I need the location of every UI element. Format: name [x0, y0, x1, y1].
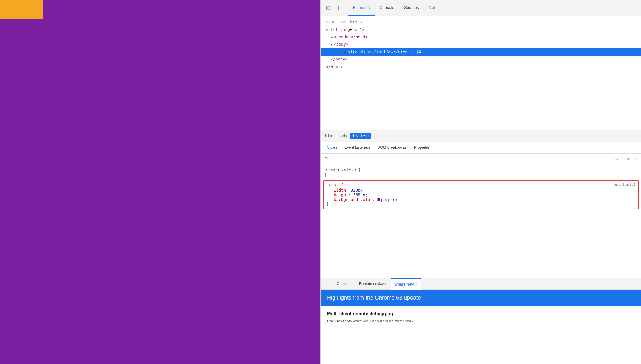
breadcrumb-html[interactable]: html: [323, 133, 336, 139]
bottom-tabs: ⋮ Console Remote devices What's New ×: [321, 278, 641, 290]
hov-button[interactable]: :hov: [610, 156, 620, 162]
device-toolbar-icon[interactable]: [334, 2, 346, 14]
tree-line-body[interactable]: ▼ <body>: [321, 41, 641, 48]
doctype-text: <!DOCTYPE html>: [326, 19, 362, 26]
bottom-tab-console[interactable]: Console: [333, 278, 354, 289]
breadcrumb-bar: html body div.test: [321, 130, 641, 142]
whats-new-header: Highlights from the Chrome 63 update: [321, 290, 641, 306]
svg-rect-2: [339, 6, 341, 10]
browser-viewport: [0, 0, 320, 364]
svg-rect-0: [327, 6, 331, 10]
elements-panel: <!DOCTYPE html> <html lang =" en "> ▶ <h…: [321, 16, 641, 278]
whats-new-section-desc: Use DevTools while your app from an fram…: [327, 318, 635, 324]
tree-line-html-close[interactable]: </html>: [321, 63, 641, 71]
lang-value: en: [355, 26, 360, 33]
color-swatch[interactable]: [377, 198, 380, 201]
tree-line-doctype[interactable]: <!DOCTYPE html>: [321, 19, 641, 26]
html-tree: <!DOCTYPE html> <html lang =" en "> ▶ <h…: [321, 16, 641, 130]
test-rule-highlighted: .test { width : 320px ; height : 568px ;: [323, 180, 639, 209]
tab-dom-breakpoints[interactable]: DOM Breakpoints: [374, 142, 410, 153]
svg-rect-1: [328, 7, 330, 9]
whats-new-close-button[interactable]: ×: [415, 282, 418, 287]
tree-line-head[interactable]: ▶ <head>…</head>: [321, 33, 641, 41]
lang-attr: lang: [340, 26, 350, 33]
filter-input[interactable]: [325, 157, 607, 161]
tab-network[interactable]: Net: [424, 0, 440, 16]
test-rule-close: }: [326, 202, 635, 206]
rule-source[interactable]: test.html:2: [613, 183, 635, 187]
tree-line-div-test[interactable]: ... ▶ <div class= "test" >…</div> == $0: [321, 48, 641, 56]
styles-panel: Styles Event Listeners DOM Breakpoints P…: [321, 142, 641, 278]
tree-line-body-close[interactable]: </body>: [321, 56, 641, 63]
tab-event-listeners[interactable]: Event Listeners: [341, 142, 374, 153]
element-style-rule: element.style { }: [321, 166, 641, 179]
tab-properties[interactable]: Propertie: [410, 142, 433, 153]
devtools-main-tabs: Elements Console Sources Net: [348, 0, 440, 16]
devtools-toolbar: Elements Console Sources Net: [321, 0, 641, 16]
tree-line-html[interactable]: <html lang =" en ">: [321, 26, 641, 33]
width-prop: width : 320px ;: [326, 188, 635, 192]
background-color-prop: background-color : purple ;: [326, 197, 635, 202]
tab-console[interactable]: Console: [375, 0, 399, 16]
whats-new-section-title: Multi-client remote debugging: [327, 311, 635, 316]
bottom-tab-remote-devices[interactable]: Remote devices: [355, 278, 389, 289]
height-prop: height : 568px ;: [326, 192, 635, 197]
devtools-panel: Elements Console Sources Net <!DOCTYPE h…: [320, 0, 641, 364]
cls-button[interactable]: .cls: [623, 156, 632, 162]
element-style-close: }: [325, 172, 637, 177]
test-selector: .test {: [326, 183, 635, 187]
tab-elements[interactable]: Elements: [348, 0, 375, 16]
tab-sources[interactable]: Sources: [399, 0, 424, 16]
whats-new-section: Multi-client remote debugging Use DevToo…: [321, 306, 641, 329]
bottom-panel-menu[interactable]: ⋮: [323, 279, 332, 288]
add-style-button[interactable]: +: [635, 156, 637, 161]
breadcrumb-div-test[interactable]: div.test: [350, 133, 371, 139]
bottom-tab-whats-new[interactable]: What's New ×: [391, 278, 421, 290]
styles-content: element.style { } .test { width : 320px …: [321, 164, 641, 278]
whats-new-tab-label: What's New: [394, 282, 414, 287]
styles-tabs: Styles Event Listeners DOM Breakpoints P…: [321, 142, 641, 154]
breadcrumb-body[interactable]: body: [337, 133, 349, 139]
orange-box: [0, 0, 43, 19]
tab-styles[interactable]: Styles: [323, 142, 341, 153]
filter-bar: :hov .cls +: [321, 154, 641, 164]
html-tag: <html: [326, 26, 338, 33]
bottom-panel: ⋮ Console Remote devices What's New × Hi…: [321, 278, 641, 364]
inspect-element-icon[interactable]: [323, 2, 334, 14]
filter-actions: :hov .cls +: [610, 156, 637, 162]
bottom-content: Highlights from the Chrome 63 update Mul…: [321, 290, 641, 364]
element-style-selector: element.style {: [325, 167, 637, 172]
